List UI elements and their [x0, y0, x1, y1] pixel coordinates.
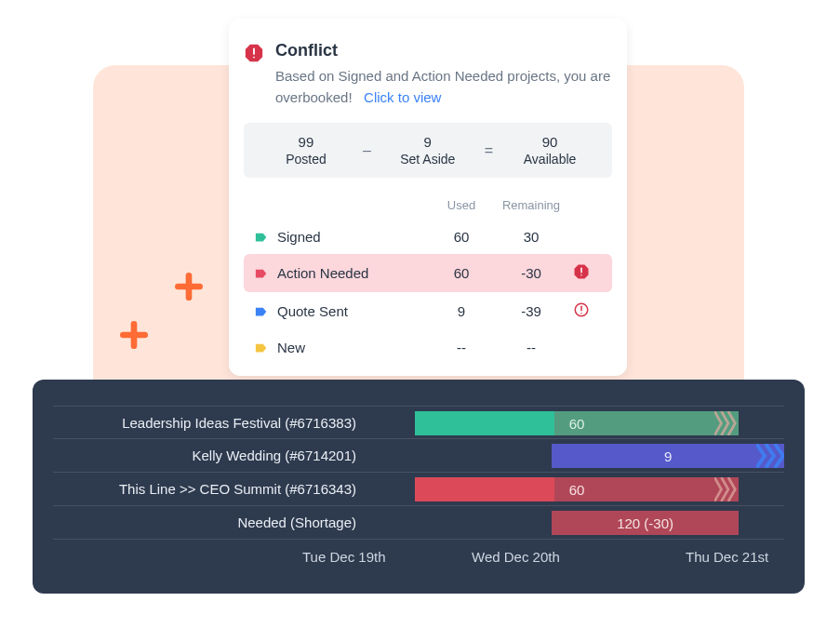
tag-icon	[255, 267, 268, 280]
tag-icon	[255, 305, 268, 318]
status-row-action-needed: Action Needed 60 -30	[244, 254, 612, 292]
tag-icon	[255, 231, 268, 244]
svg-rect-11	[580, 306, 582, 312]
gantt-track: 9	[369, 439, 784, 472]
availability-equation: 99 Posted – 9 Set Aside = 90 Available	[244, 123, 612, 178]
status-label: Signed	[255, 229, 433, 245]
svg-rect-6	[253, 57, 255, 59]
row-alert	[573, 301, 601, 321]
status-label: Quote Sent	[255, 303, 433, 319]
row-alert	[573, 263, 601, 283]
status-row-signed: Signed 60 30	[244, 220, 612, 254]
gantt-row: Kelly Wedding (#6714201) 9	[53, 439, 784, 473]
gantt-bar-signed[interactable]: 60	[415, 411, 739, 435]
status-label: Action Needed	[255, 265, 433, 281]
status-row-quote-sent: Quote Sent 9 -39	[244, 292, 612, 330]
gantt-row: Leadership Ideas Festival (#6716383) 60	[53, 406, 784, 439]
gantt-bar-quote[interactable]: 9	[552, 444, 784, 468]
conflict-title: Conflict	[275, 41, 612, 60]
header-remaining: Remaining	[489, 198, 573, 212]
minus-sign: –	[359, 142, 375, 159]
row-used-value: 60	[433, 265, 489, 281]
gantt-bar-shortage[interactable]: 120 (-30)	[552, 511, 739, 535]
svg-rect-3	[120, 332, 148, 339]
row-label-text: Action Needed	[277, 265, 368, 281]
alert-octagon-icon	[573, 263, 590, 280]
row-remaining-value: --	[489, 340, 573, 355]
hatch-pattern	[714, 411, 739, 435]
gantt-bar-value: 120 (-30)	[617, 515, 673, 531]
gantt-row: Needed (Shortage) 120 (-30)	[53, 506, 784, 540]
click-to-view-link[interactable]: Click to view	[364, 89, 441, 105]
gantt-bar-value: 60	[569, 482, 585, 498]
conflict-description-text: Based on Signed and Action Needed projec…	[275, 68, 610, 105]
gantt-track: 60	[369, 473, 784, 505]
row-label-text: Signed	[277, 229, 321, 245]
setaside-label: Set Aside	[375, 152, 481, 167]
setaside-value: 9	[375, 134, 481, 150]
available-label: Available	[497, 152, 603, 167]
gantt-bar-action[interactable]: 60	[415, 477, 739, 501]
axis-label: Wed Dec 20th	[472, 549, 560, 565]
conflict-card: Conflict Based on Signed and Action Need…	[229, 19, 627, 376]
gantt-track: 60	[369, 407, 784, 438]
posted-value: 99	[253, 134, 359, 150]
axis-label: Thu Dec 21st	[686, 549, 768, 565]
equals-sign: =	[481, 142, 497, 159]
gantt-row-label: Leadership Ideas Festival (#6716383)	[53, 415, 369, 431]
gantt-row: This Line >> CEO Summit (#6716343) 60	[53, 473, 784, 506]
gantt-row-label: This Line >> CEO Summit (#6716343)	[53, 481, 369, 497]
gantt-axis: Tue Dec 19th Wed Dec 20th Thu Dec 21st	[53, 540, 784, 549]
status-table-header: Used Remaining	[244, 194, 612, 220]
alert-circle-outline-icon	[573, 301, 590, 318]
row-used-value: 9	[433, 303, 489, 319]
plus-decoration-icon	[170, 268, 207, 309]
plus-decoration-icon	[115, 316, 153, 357]
gantt-row-label: Needed (Shortage)	[53, 514, 369, 530]
gantt-track: 120 (-30)	[369, 506, 784, 539]
row-used-value: --	[433, 340, 489, 355]
gantt-row-label: Kelly Wedding (#6714201)	[53, 448, 369, 463]
posted-col: 99 Posted	[253, 134, 359, 167]
row-used-value: 60	[433, 229, 489, 245]
row-remaining-value: 30	[489, 229, 573, 245]
row-remaining-value: -30	[489, 265, 573, 281]
tag-icon	[255, 341, 268, 354]
available-col: 90 Available	[497, 134, 603, 167]
gantt-bar-value: 9	[664, 448, 672, 464]
gantt-panel: Leadership Ideas Festival (#6716383) 60 …	[33, 380, 805, 594]
svg-rect-5	[253, 48, 255, 55]
header-used: Used	[433, 198, 489, 212]
posted-label: Posted	[253, 152, 359, 167]
hatch-pattern	[714, 477, 739, 501]
svg-rect-12	[580, 313, 582, 314]
svg-rect-9	[580, 274, 582, 276]
conflict-description: Based on Signed and Action Needed projec…	[275, 66, 612, 108]
svg-rect-1	[175, 284, 203, 290]
row-remaining-value: -39	[489, 303, 573, 319]
svg-rect-8	[580, 268, 582, 274]
setaside-col: 9 Set Aside	[375, 134, 481, 167]
gantt-bar-value: 60	[569, 416, 585, 432]
row-label-text: Quote Sent	[277, 303, 348, 319]
conflict-header: Conflict Based on Signed and Action Need…	[244, 41, 612, 108]
status-label: New	[255, 340, 433, 355]
available-value: 90	[497, 134, 603, 150]
hatch-pattern	[756, 444, 784, 468]
alert-octagon-icon	[244, 43, 264, 63]
status-row-new: New -- --	[244, 330, 612, 365]
axis-label: Tue Dec 19th	[302, 549, 386, 565]
row-label-text: New	[277, 340, 305, 355]
